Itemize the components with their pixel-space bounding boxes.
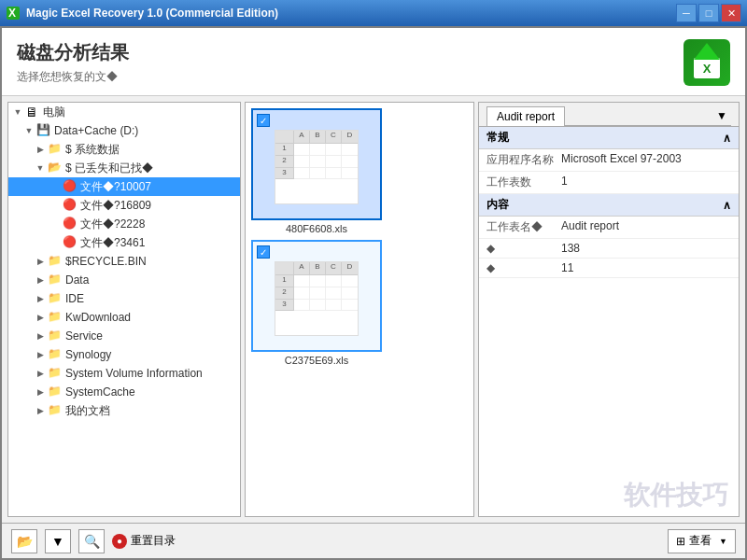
- audit-tab-bar: Audit report ▼: [479, 103, 739, 127]
- tree-item-ide[interactable]: ▶ 📁 IDE: [8, 289, 240, 308]
- tree-label: 我的文档: [65, 403, 110, 419]
- audit-key-sheetname: 工作表名◆: [486, 219, 561, 235]
- reset-directory-button[interactable]: ● 重置目录: [112, 533, 176, 549]
- tree-label: 文件◆?10007: [80, 179, 151, 195]
- folder-icon: 📁: [48, 329, 63, 343]
- header: 磁盘分析结果 选择您想恢复的文◆ X: [2, 28, 745, 96]
- page-title: 磁盘分析结果: [17, 40, 129, 65]
- tree-label: Service: [65, 329, 103, 343]
- folder-icon: 📁: [48, 291, 63, 306]
- file-preview-0[interactable]: A B C D 1 2 3: [251, 108, 382, 220]
- audit-key-appname: 应用程序名称: [486, 152, 561, 168]
- tree-label: KwDownload: [65, 311, 131, 324]
- tree-arrow: ▶: [35, 312, 46, 323]
- file-preview-1[interactable]: A B C D 1 2 3: [251, 240, 382, 352]
- audit-row-sheetcount: 工作表数 1: [479, 172, 739, 194]
- tree-arrow: ▶: [35, 293, 46, 304]
- main-window: 磁盘分析结果 选择您想恢复的文◆ X ▼ 🖥 电脑 ▼ 💾 Data+Cache…: [0, 26, 747, 560]
- tree-arrow: ▼: [35, 162, 46, 174]
- tree-arrow: ▶: [35, 349, 46, 360]
- folder-icon: 📁: [48, 273, 63, 287]
- corrupt-file-icon: 🔴: [63, 235, 78, 250]
- audit-val-cols: 11: [561, 261, 573, 274]
- bottom-toolbar: 📂 ▼ 🔍 ● 重置目录 ⊞ 查看 ▼: [2, 523, 745, 558]
- tree-label: 电脑: [43, 105, 65, 120]
- app-logo: X: [684, 39, 730, 86]
- reset-icon: ●: [112, 534, 127, 549]
- tree-arrow: ▶: [35, 144, 46, 155]
- view-dropdown-icon: ▼: [719, 537, 727, 546]
- tree-arrow: ▼: [23, 125, 35, 136]
- tree-label: System Volume Information: [65, 367, 203, 380]
- audit-key-sheetcount: 工作表数: [486, 175, 561, 190]
- section-collapse-icon[interactable]: ∧: [723, 132, 731, 145]
- audit-tab-item[interactable]: Audit report: [486, 106, 565, 126]
- folder-icon: 📁: [48, 403, 63, 418]
- corrupt-file-icon: 🔴: [63, 179, 78, 194]
- computer-icon: 🖥: [25, 105, 40, 119]
- refresh-button[interactable]: 🔍: [78, 529, 105, 553]
- view-label: 查看: [689, 533, 712, 549]
- tree-label: $RECYCLE.BIN: [65, 255, 147, 268]
- section-collapse-icon2[interactable]: ∧: [723, 199, 731, 212]
- tree-item-data[interactable]: ▶ 📁 Data: [8, 271, 240, 289]
- tree-label: Data+Cache (D:): [54, 124, 138, 137]
- view-icon: ⊞: [676, 535, 685, 548]
- folder-icon: 📁: [48, 310, 63, 325]
- file-checkbox-0[interactable]: [257, 114, 270, 127]
- file-checkbox-1[interactable]: [257, 245, 270, 259]
- tree-item-syscache[interactable]: ▶ 📁 SystemCache: [8, 383, 240, 401]
- file-thumb-1[interactable]: A B C D 1 2 3: [251, 240, 382, 366]
- tree-arrow: ▶: [35, 274, 46, 286]
- reset-label: 重置目录: [131, 533, 176, 549]
- section-general-label: 常规: [486, 130, 509, 146]
- audit-section-content: 内容 ∧: [479, 194, 739, 217]
- tree-item-mydocs[interactable]: ▶ 📁 我的文档: [8, 401, 240, 420]
- page-subtitle: 选择您想恢复的文◆: [17, 69, 129, 85]
- folder-browse-button[interactable]: 📂: [11, 529, 37, 553]
- maximize-button[interactable]: □: [698, 4, 719, 22]
- close-button[interactable]: ✕: [721, 4, 741, 22]
- tree-label: IDE: [65, 292, 84, 305]
- minimize-button[interactable]: ─: [676, 4, 697, 22]
- audit-row-sheetname: 工作表名◆ Audit report: [479, 217, 739, 239]
- corrupt-file-icon: 🔴: [63, 217, 78, 231]
- tree-item-sysdata[interactable]: ▶ 📁 $ 系统数据: [8, 140, 240, 159]
- file-name-1: C2375E69.xls: [285, 355, 349, 366]
- audit-val-sheetcount: 1: [561, 175, 568, 190]
- file-tree: ▼ 🖥 电脑 ▼ 💾 Data+Cache (D:) ▶ 📁 $ 系统数据 ▼ …: [7, 102, 241, 517]
- tree-item-recycle[interactable]: ▶ 📁 $RECYCLE.BIN: [8, 252, 240, 271]
- folder-icon: 📁: [48, 347, 63, 362]
- tree-item-sysvolinfo[interactable]: ▶ 📁 System Volume Information: [8, 364, 240, 383]
- tree-item-file2[interactable]: ▶ 🔴 文件◆?16809: [8, 196, 240, 215]
- audit-val-appname: Microsoft Excel 97-2003: [561, 152, 682, 168]
- tree-label: $ 已丢失和已找◆: [65, 161, 153, 176]
- audit-row-appname: 应用程序名称 Microsoft Excel 97-2003: [479, 149, 739, 172]
- filter-button[interactable]: ▼: [45, 529, 71, 553]
- folder-open-icon: 📂: [48, 161, 63, 175]
- title-bar: X Magic Excel Recovery 1.0 (Commercial E…: [0, 0, 747, 26]
- tree-item-file3[interactable]: ▶ 🔴 文件◆?2228: [8, 215, 240, 233]
- tree-item-drive[interactable]: ▼ 💾 Data+Cache (D:): [8, 121, 240, 140]
- tree-item-service[interactable]: ▶ 📁 Service: [8, 327, 240, 345]
- tree-item-file1[interactable]: ▶ 🔴 文件◆?10007: [8, 177, 240, 196]
- audit-row-cols: ◆ 11: [479, 259, 739, 278]
- tree-item-computer[interactable]: ▼ 🖥 电脑: [8, 103, 240, 121]
- tree-arrow: ▶: [35, 256, 46, 267]
- tree-label: 文件◆?16809: [80, 198, 151, 214]
- view-button[interactable]: ⊞ 查看 ▼: [668, 529, 736, 553]
- tree-item-lostfound[interactable]: ▼ 📂 $ 已丢失和已找◆: [8, 159, 240, 177]
- audit-val-rows: 138: [561, 242, 580, 255]
- content-area: ▼ 🖥 电脑 ▼ 💾 Data+Cache (D:) ▶ 📁 $ 系统数据 ▼ …: [2, 96, 745, 523]
- tree-item-file4[interactable]: ▶ 🔴 文件◆?3461: [8, 233, 240, 252]
- tree-item-kwdownload[interactable]: ▶ 📁 KwDownload: [8, 308, 240, 327]
- corrupt-file-icon: 🔴: [63, 198, 78, 213]
- audit-key-cols: ◆: [486, 261, 561, 274]
- drive-icon: 💾: [36, 123, 51, 138]
- tree-item-synology[interactable]: ▶ 📁 Synology: [8, 345, 240, 364]
- audit-key-rows: ◆: [486, 242, 561, 255]
- audit-dropdown-btn[interactable]: ▼: [712, 106, 731, 126]
- tree-label: 文件◆?3461: [80, 235, 145, 251]
- file-thumb-0[interactable]: A B C D 1 2 3: [251, 108, 382, 234]
- svg-text:X: X: [8, 7, 16, 20]
